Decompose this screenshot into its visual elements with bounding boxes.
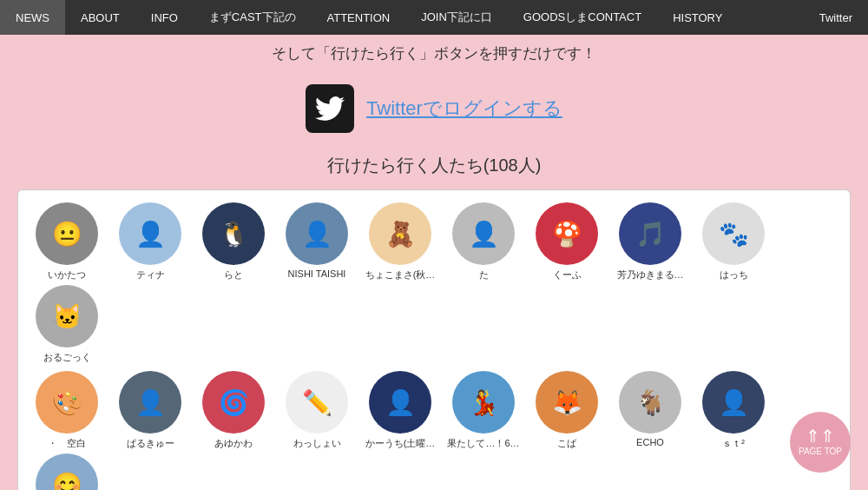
nav-cast[interactable]: まずCAST下記の [194,0,312,35]
twitter-bird-icon [306,84,354,133]
user-item[interactable]: 🐧らと [194,202,273,281]
user-name: ECHO [611,437,689,447]
user-avatar: 🦊 [536,371,598,434]
user-name: ちょこまさ(秋… [361,268,439,281]
user-avatar: 🎨 [36,371,98,434]
user-avatar: 🧸 [369,202,431,265]
users-row-1: 😐いかたつ👤ティナ🐧らと👤NISHI TAISHI🧸ちょこまさ(秋…👤た🍄くーふ… [27,202,841,364]
nav-history[interactable]: HISTORY [657,0,738,35]
user-item[interactable]: 🎨・ 空白 [27,371,107,450]
page-top-arrows-icon: ⇑⇑ [806,427,835,445]
user-avatar: 🍄 [536,202,598,265]
user-name: ぱるきゅー [111,437,189,450]
user-name: こば [528,437,606,450]
user-avatar: 🌀 [202,371,265,434]
main-content: そして「行けたら行く」ボタンを押すだけです！ Twitterでログインする 行け… [0,35,868,490]
twitter-login-section: Twitterでログインする [17,84,851,133]
user-item[interactable]: 😐いかたつ [27,202,107,281]
user-item[interactable]: 💃果たして…！6… [444,371,523,450]
user-item[interactable]: 👤た [444,202,523,281]
user-item[interactable]: 👤ぱるきゅー [110,371,190,450]
user-item[interactable]: 🐱おるごっく [27,285,107,364]
count-heading: 行けたら行く人たち(108人) [17,154,851,177]
user-item[interactable]: 👤かーうち(土曜… [360,371,440,450]
nav-news[interactable]: NEWS [0,0,65,35]
user-avatar: 👤 [369,371,431,434]
user-avatar: 🐱 [36,285,98,348]
nav-attention[interactable]: ATTENTION [312,0,406,35]
nav-join[interactable]: JOIN下記に口 [405,0,508,35]
user-name: 果たして…！6… [444,437,523,450]
user-avatar: ✏️ [286,371,348,434]
user-name: ティナ [111,268,189,281]
user-name: NISHI TAISHI [278,268,356,279]
user-item[interactable]: 🧸ちょこまさ(秋… [360,202,440,281]
user-avatar: 🎵 [619,202,681,265]
user-avatar: 😊 [36,454,98,490]
user-item[interactable]: 🐾はっち [694,202,773,281]
user-avatar: 🐾 [702,202,765,265]
nav-twitter[interactable]: Twitter [804,0,868,35]
user-avatar: 💃 [452,371,515,434]
user-item[interactable]: 🍄くーふ [527,202,607,281]
user-avatar: 👤 [452,202,515,265]
user-item[interactable]: 🌀あゆかわ [194,371,273,450]
user-item[interactable]: 🦊こば [527,371,607,450]
user-name: た [444,268,523,281]
page-top-label: PAGE TOP [799,447,842,457]
page-top-button[interactable]: ⇑⇑ PAGE TOP [790,412,851,473]
user-item[interactable]: 🎵芳乃ゆきまる… [610,202,690,281]
nav-about[interactable]: ABOUT [65,0,135,35]
user-avatar: 👤 [119,202,181,265]
user-item[interactable]: 👤ティナ [110,202,190,281]
nav-info[interactable]: INFO [135,0,194,35]
user-item[interactable]: 🐐ECHO [610,371,690,450]
tagline-text: そして「行けたら行く」ボタンを押すだけです！ [17,43,851,63]
user-avatar: 🐐 [619,371,681,434]
user-avatar: 😐 [36,202,98,265]
user-name: おるごっく [28,351,106,364]
user-avatar: 👤 [286,202,348,265]
main-nav: NEWS ABOUT INFO まずCAST下記の ATTENTION JOIN… [0,0,868,35]
users-row-2: 🎨・ 空白👤ぱるきゅー🌀あゆかわ✏️わっしょい👤かーうち(土曜…💃果たして…！6… [27,371,841,490]
twitter-login-link[interactable]: Twitterでログインする [366,96,562,122]
user-item[interactable]: 😊れあ [27,454,107,490]
user-name: ・ 空白 [28,437,106,450]
user-name: 芳乃ゆきまる… [611,268,689,281]
user-name: かーうち(土曜… [361,437,439,450]
user-name: はっち [694,268,773,281]
twitter-bird-svg [315,94,345,123]
user-avatar: 👤 [702,371,765,434]
user-name: くーふ [528,268,606,281]
user-name: わっしょい [278,437,356,450]
user-avatar: 🐧 [202,202,265,265]
user-name: ｓｔ² [694,437,773,450]
user-item[interactable]: 👤NISHI TAISHI [277,202,357,281]
user-name: あゆかわ [194,437,273,450]
user-name: らと [194,268,273,281]
user-avatar: 👤 [119,371,181,434]
user-item[interactable]: ✏️わっしょい [277,371,357,450]
users-container: 😐いかたつ👤ティナ🐧らと👤NISHI TAISHI🧸ちょこまさ(秋…👤た🍄くーふ… [17,189,851,490]
user-name: いかたつ [28,268,106,281]
nav-goods-contact[interactable]: GOODSしまCONTACT [508,0,657,35]
user-item[interactable]: 👤ｓｔ² [694,371,773,450]
